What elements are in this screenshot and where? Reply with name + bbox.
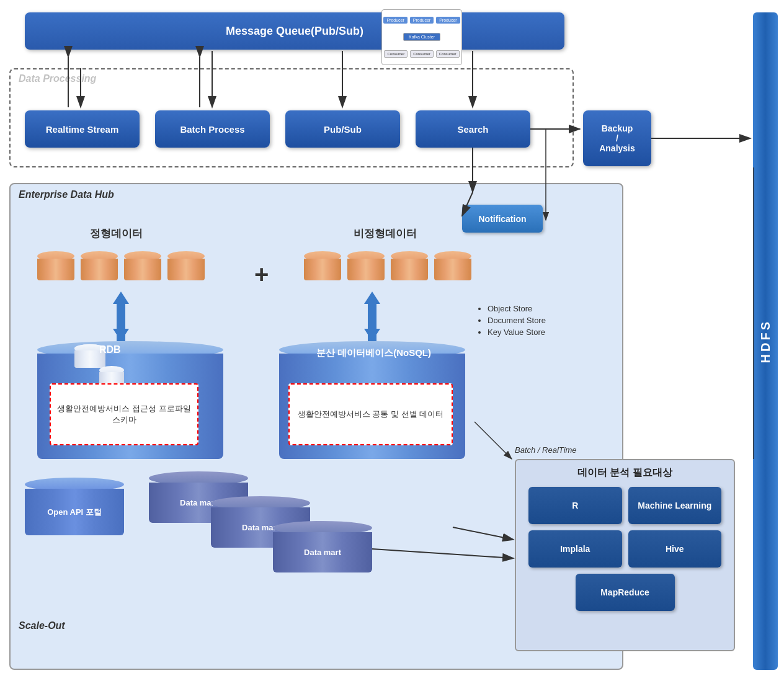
db-cyl-4: [167, 251, 205, 282]
mq-bar: Message Queue(Pub/Sub): [25, 12, 564, 50]
batch-process-button[interactable]: Batch Process: [155, 110, 270, 148]
store-list: Object Store Document Store Key Value St…: [478, 304, 546, 339]
analysis-box: 데이터 분석 필요대상 R Machine Learning Implala H…: [515, 459, 735, 651]
db-cyl-8: [434, 251, 471, 282]
kafka-consumer3: Consumer: [436, 50, 460, 58]
nosql-dashed-box: 생활안전예방서비스 공통 및 선별 데이터: [288, 383, 453, 445]
kafka-consumer2: Consumer: [410, 50, 434, 58]
kafka-consumer1: Consumer: [384, 50, 408, 58]
realtime-stream-button[interactable]: Realtime Stream: [25, 110, 140, 148]
store-item-2: Document Store: [488, 316, 546, 325]
analysis-r-btn[interactable]: R: [528, 487, 622, 524]
rdb-dashed-box: 생활안전예방서비스 접근성 프로파일 스키마: [50, 383, 198, 445]
kafka-diagram: Producer Producer Producer Kafka Cluster…: [381, 9, 462, 65]
store-item-3: Key Value Store: [488, 327, 546, 337]
kafka-cluster: Kafka Cluster: [403, 33, 440, 41]
search-button[interactable]: Search: [416, 110, 530, 148]
structured-db-group: [37, 251, 205, 282]
pubsub-button[interactable]: Pub/Sub: [285, 110, 400, 148]
structured-label: 정형데이터: [90, 226, 143, 241]
unstructured-db-group: [304, 251, 471, 282]
main-container: Message Queue(Pub/Sub) Producer Producer…: [0, 0, 784, 686]
scale-out-label: Scale-Out: [19, 620, 65, 631]
hdfs-bar: HDFS: [753, 12, 778, 670]
kafka-producer2: Producer: [410, 17, 434, 24]
db-cyl-2: [81, 251, 118, 282]
db-cyl-7: [391, 251, 428, 282]
notification-label: Notification: [479, 214, 527, 224]
backup-analysis-box: Backup / Analysis: [583, 110, 651, 166]
db-cyl-5: [304, 251, 341, 282]
analysis-title: 데이터 분석 필요대상: [522, 466, 728, 479]
open-api-label: Open API 포털: [47, 507, 102, 518]
analysis-implala-btn[interactable]: Implala: [528, 530, 622, 568]
store-item-1: Object Store: [488, 304, 546, 313]
plus-sign: +: [254, 261, 269, 288]
datamart-3: Data mart: [273, 521, 372, 577]
db-cyl-3: [124, 251, 161, 282]
nosql-label: 분산 데이터베이스(NoSQL): [316, 347, 431, 359]
notification-box: Notification: [462, 205, 543, 233]
analysis-mapreduce-btn[interactable]: MapReduce: [576, 574, 675, 611]
analysis-ml-btn[interactable]: Machine Learning: [628, 487, 722, 524]
hdfs-label: HDFS: [759, 319, 773, 363]
analysis-hive-btn[interactable]: Hive: [628, 530, 722, 568]
kafka-producer3: Producer: [436, 17, 460, 24]
unstructured-label: 비정형데이터: [354, 226, 417, 241]
edh-label: Enterprise Data Hub: [19, 189, 114, 200]
nosql-dashed-text: 생활안전예방서비스 공통 및 선별 데이터: [298, 409, 443, 420]
mq-label: Message Queue(Pub/Sub): [226, 25, 363, 38]
db-cyl-1: [37, 251, 74, 282]
open-api-cylinder: Open API 포털: [25, 478, 124, 540]
rdb-label: RDB: [99, 344, 121, 355]
db-cyl-6: [347, 251, 385, 282]
rdb-dashed-text: 생활안전예방서비스 접근성 프로파일 스키마: [56, 403, 192, 425]
kafka-producer1: Producer: [383, 17, 407, 24]
